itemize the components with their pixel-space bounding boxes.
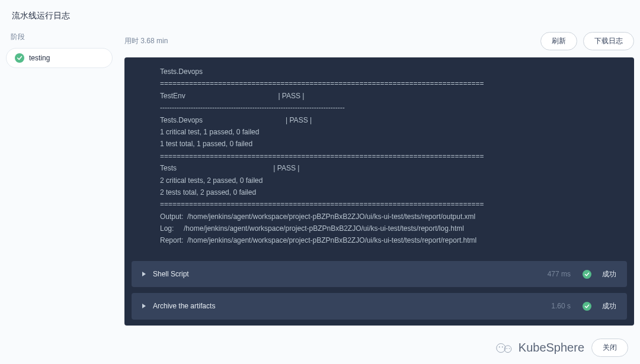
log-output: Tests.Devops ===========================… <box>124 57 634 255</box>
svg-point-0 <box>497 343 505 352</box>
chevron-right-icon <box>142 272 146 276</box>
svg-point-5 <box>508 348 510 349</box>
close-button[interactable]: 关闭 <box>591 339 628 357</box>
download-log-button[interactable]: 下载日志 <box>583 32 634 50</box>
step-row-archive-artifacts[interactable]: Archive the artifacts 1.60 s 成功 <box>132 293 627 319</box>
step-time: 1.60 s <box>551 300 571 312</box>
step-label: Archive the artifacts <box>153 300 544 312</box>
duration-display: 用时 3.68 min <box>124 36 168 46</box>
wechat-icon <box>495 342 515 354</box>
step-status-text: 成功 <box>602 268 616 280</box>
step-row-shell-script[interactable]: Shell Script 477 ms 成功 <box>132 261 627 287</box>
success-icon <box>15 53 24 63</box>
sidebar-stage-label: 阶段 <box>6 32 113 42</box>
chevron-right-icon <box>142 304 146 308</box>
page-title: 流水线运行日志 <box>0 0 640 32</box>
brand-badge: KubeSphere <box>495 341 584 355</box>
refresh-button[interactable]: 刷新 <box>540 32 577 50</box>
svg-point-2 <box>499 346 500 347</box>
sidebar: 阶段 testing <box>6 32 113 326</box>
brand-text: KubeSphere <box>519 341 584 355</box>
success-icon <box>583 270 591 279</box>
step-status-text: 成功 <box>602 300 616 312</box>
stage-pill-testing[interactable]: testing <box>6 48 113 68</box>
success-icon <box>583 302 591 311</box>
log-panel: Tests.Devops ===========================… <box>124 57 634 326</box>
svg-point-3 <box>502 346 503 347</box>
stage-label: testing <box>29 54 50 62</box>
step-label: Shell Script <box>153 268 540 280</box>
step-time: 477 ms <box>548 268 571 280</box>
svg-point-4 <box>506 348 507 349</box>
